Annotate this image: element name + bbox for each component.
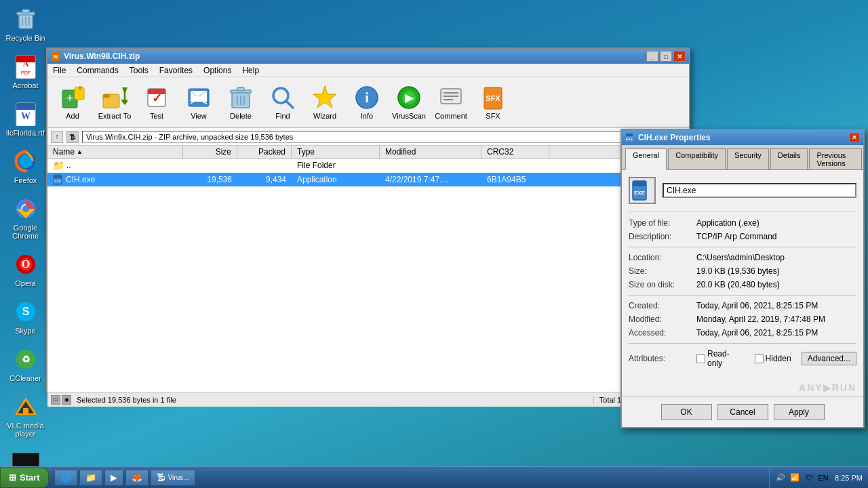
info-icon: i [354, 85, 380, 110]
svg-rect-35 [79, 86, 81, 90]
toolbar-test-button[interactable]: ✓ Test [137, 81, 176, 123]
tab-general[interactable]: General [625, 148, 667, 170]
toolbar-wizard-button[interactable]: Wizard [305, 81, 344, 123]
toolbar-sfx-button[interactable]: SFX SFX [473, 81, 513, 123]
taskbar-task-firefox[interactable]: 🦊 [125, 470, 149, 486]
address-bar-input[interactable]: Virus.Win9x.CIH.zip - ZIP archive, unpac… [82, 131, 671, 143]
props-type-row: Type of file: Application (.exe) [629, 218, 856, 228]
menu-tools[interactable]: Tools [127, 65, 151, 76]
desktop-icons-container: Recycle Bin A PDF Acrobat [3, 3, 47, 487]
back-button[interactable]: ↑ [51, 131, 63, 143]
minimize-button[interactable]: _ [646, 51, 658, 62]
taskbar-task-ie[interactable]: 🌐 [54, 470, 77, 486]
attributes-label: Attributes: [629, 354, 696, 363]
recycle-bin-label: Recycle Bin [5, 34, 45, 42]
anyrun-watermark: ANY▶RUN [622, 379, 863, 396]
props-title-left: EXE CIH.exe Properties [625, 133, 711, 142]
readonly-checkbox[interactable] [696, 354, 705, 363]
vlc-label: VLC media player [5, 422, 45, 438]
tab-security[interactable]: Security [727, 148, 769, 169]
taskbar-task-virus[interactable]: 🗜 Virus... [151, 470, 195, 486]
svg-text:EXE: EXE [626, 137, 633, 141]
network-systray-icon[interactable]: 🔊 [775, 472, 786, 483]
ie-icon: 🌐 [60, 472, 71, 483]
col-header-crc[interactable]: CRC32 [481, 146, 549, 158]
toolbar-find-button[interactable]: Find [263, 81, 302, 123]
toolbar-delete-button[interactable]: Delete [221, 81, 260, 123]
menu-options[interactable]: Options [201, 65, 233, 76]
desktop-icon-word[interactable]: W llcFlorida.rtf [3, 98, 47, 139]
start-button[interactable]: ⊞ Start [0, 468, 49, 488]
desktop-icon-firefox[interactable]: Firefox [3, 146, 47, 186]
toolbar-comment-button[interactable]: Comment [431, 81, 471, 123]
desktop-icon-opera[interactable]: O Opera [3, 249, 47, 289]
close-button[interactable]: ✕ [673, 51, 686, 62]
properties-dialog: EXE CIH.exe Properties ✕ General Compati… [620, 129, 865, 428]
toolbar-extract-button[interactable]: Extract To [95, 81, 134, 123]
taskbar-task-explorer[interactable]: 📁 [79, 470, 102, 486]
tab-compatibility[interactable]: Compatibility [668, 148, 726, 169]
props-close-button[interactable]: ✕ [849, 133, 860, 142]
firefox-taskbar-icon: 🦊 [132, 472, 142, 483]
menu-commands[interactable]: Commands [75, 65, 120, 76]
file-type-dotdot: File Folder [292, 159, 380, 171]
col-header-packed[interactable]: Packed [237, 146, 292, 158]
word-label: llcFlorida.rtf [6, 129, 45, 137]
cancel-button[interactable]: Cancel [717, 404, 768, 420]
menu-favorites[interactable]: Favorites [157, 65, 195, 76]
maximize-button[interactable]: □ [660, 51, 672, 62]
toolbar-virusscan-button[interactable]: ▶ VirusScan [389, 81, 429, 123]
svg-rect-77 [633, 181, 646, 186]
readonly-group: Read-only [696, 349, 745, 368]
toolbar-info-button[interactable]: i Info [347, 81, 387, 123]
toolbar-extract-label: Extract To [98, 112, 132, 120]
props-file-icon: EXE [629, 177, 656, 204]
toolbar-add-button[interactable]: + Add [53, 81, 92, 123]
opera-icon: O [12, 251, 39, 278]
taskbar-task-media[interactable]: ▶ [104, 470, 123, 486]
desktop-icon-ccleaner[interactable]: ♻ CCleaner [3, 344, 47, 384]
col-header-type[interactable]: Type [292, 146, 380, 158]
winrar-statusbar: ▭ ◉ Selected 19,536 bytes in 1 file Tota… [47, 392, 689, 407]
language-systray-icon[interactable]: EN [818, 472, 829, 483]
col-header-modified[interactable]: Modified [380, 146, 481, 158]
taskbar: ⊞ Start 🌐 📁 ▶ 🦊 🗜 Virus... 🔊 📶 � [0, 466, 868, 488]
desktop-icon-chrome[interactable]: Google Chrome [3, 193, 47, 242]
type-label: Type of file: [629, 218, 696, 228]
svg-text:EXE: EXE [54, 179, 62, 183]
tab-details[interactable]: Details [770, 148, 808, 169]
menu-help[interactable]: Help [240, 65, 261, 76]
toolbar-view-button[interactable]: View [179, 81, 218, 123]
tab-previous-versions[interactable]: Previous Versions [809, 148, 862, 169]
desktop-icon-recycle-bin[interactable]: Recycle Bin [3, 3, 47, 44]
table-row[interactable]: EXE CIH.exe 19,536 9,434 Application 4/2… [47, 173, 689, 187]
winrar-addressbar: ↑ 🗜 Virus.Win9x.CIH.zip - ZIP archive, u… [47, 128, 689, 146]
table-row[interactable]: 📁 .. File Folder [47, 159, 689, 173]
recycle-bin-icon [12, 5, 39, 33]
modified-value: Monday, April 22, 2019, 7:47:48 PM [696, 314, 856, 324]
desktop-icon-acrobat[interactable]: A PDF Acrobat [3, 51, 47, 92]
desktop-icon-vlc[interactable]: VLC media player [3, 391, 47, 440]
zip-icon: 🗜 [66, 131, 79, 143]
explorer-icon: 📁 [85, 472, 96, 483]
status-icons: ▭ ◉ [51, 395, 71, 405]
filename-input[interactable] [663, 183, 856, 198]
firefox-label: Firefox [14, 176, 37, 184]
apply-button[interactable]: Apply [774, 404, 825, 420]
virus-taskbar-icon: 🗜 [157, 472, 165, 483]
props-location-row: Location: C:\Users\admin\Desktop [629, 253, 856, 262]
volume-systray-icon[interactable]: 📶 [789, 472, 800, 483]
desktop-icon-skype[interactable]: S Skype [3, 296, 47, 337]
modified-label: Modified: [629, 314, 696, 324]
firefox-icon [12, 148, 39, 175]
col-header-name[interactable]: Name ▲ [47, 146, 183, 158]
security-systray-icon[interactable]: 🛡 [804, 472, 814, 483]
winrar-menubar: File Commands Tools Favorites Options He… [47, 64, 689, 77]
advanced-button[interactable]: Advanced... [802, 352, 856, 365]
ok-button[interactable]: OK [661, 404, 712, 420]
col-header-size[interactable]: Size [183, 146, 237, 158]
toolbar-test-label: Test [150, 112, 163, 120]
menu-file[interactable]: File [51, 65, 68, 76]
vlc-icon [12, 393, 39, 420]
hidden-checkbox[interactable] [755, 354, 764, 363]
